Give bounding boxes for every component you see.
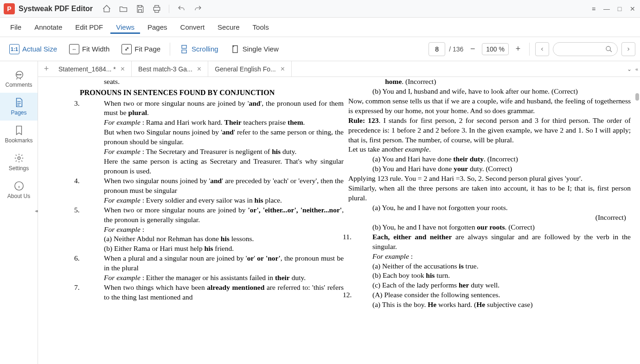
doc-text: For example : <box>348 252 631 262</box>
doc-text: For example : Rama and Hari work hard. T… <box>80 118 344 128</box>
doc-text: (b) Either Rama or Hari must help his fr… <box>80 244 344 254</box>
tab-match3[interactable]: Best match-3 Ga... × <box>132 61 208 77</box>
scrolling-icon <box>179 45 189 54</box>
sidebar-comments[interactable]: Comments <box>0 65 38 93</box>
menu-pages[interactable]: Pages <box>142 20 173 34</box>
menu-secure[interactable]: Secure <box>212 20 245 34</box>
tab-english[interactable]: General English Fo... × <box>208 61 292 77</box>
doc-text: seats. <box>80 77 344 87</box>
tab-close-icon[interactable]: × <box>281 65 285 73</box>
doc-heading: PRONOUNS IN SENTENCES FOUND BY CONJUNCTI… <box>80 88 344 98</box>
doc-text: 11.Each, either and neither are always s… <box>348 232 631 252</box>
pdf-page: seats. PRONOUNS IN SENTENCES FOUND BY CO… <box>38 77 640 364</box>
tab-label: General English Fo... <box>215 65 276 73</box>
svg-point-7 <box>18 157 20 160</box>
doc-text: 7.When two things which have been alread… <box>80 283 344 302</box>
page-input[interactable] <box>429 42 445 56</box>
document-viewport[interactable]: seats. PRONOUNS IN SENTENCES FOUND BY CO… <box>38 77 640 364</box>
doc-text: Now, common sense tells us that if we ar… <box>348 96 631 116</box>
save-icon[interactable] <box>135 4 145 13</box>
home-icon[interactable] <box>102 4 111 13</box>
tab-label: Statement_1684... * <box>58 65 116 73</box>
fit-width-button[interactable]: ↔ Fit Width <box>64 41 114 57</box>
hamburger-icon[interactable]: ≡ <box>590 5 597 13</box>
sidebar-settings[interactable]: Settings <box>0 148 38 176</box>
redo-icon[interactable] <box>193 4 203 13</box>
undo-icon[interactable] <box>177 4 186 13</box>
single-view-button[interactable]: Single View <box>226 42 283 57</box>
doc-text: (a) This is the boy. He works hard. (He … <box>348 300 631 310</box>
app-logo: P <box>4 3 15 14</box>
doc-text: (a) Neither of the accusations is true. <box>348 262 631 271</box>
doc-text: For example : Every soldier and every sa… <box>80 196 344 205</box>
scrolling-button[interactable]: Scrolling <box>175 42 223 57</box>
menu-annotate[interactable]: Annotate <box>29 20 68 34</box>
zoom-value[interactable]: 100 % <box>482 43 509 55</box>
zoom-out-button[interactable]: − <box>467 44 478 55</box>
menu-edit-pdf[interactable]: Edit PDF <box>70 20 109 34</box>
add-tab-button[interactable]: + <box>41 64 52 75</box>
scrollbar-thumb[interactable] <box>635 93 639 101</box>
search-input[interactable] <box>553 42 618 56</box>
app-title: Systweak PDF Editor <box>19 5 93 13</box>
fit-page-icon: ⤢ <box>122 44 132 54</box>
collapse-icon[interactable]: « <box>635 66 638 72</box>
single-view-label: Single View <box>243 45 279 53</box>
menu-bar: File Annotate Edit PDF Views Pages Conve… <box>0 18 640 37</box>
doc-text: 4.When two singular nouns joined by 'and… <box>80 176 344 196</box>
menu-tools[interactable]: Tools <box>247 20 275 34</box>
gear-icon <box>14 153 24 163</box>
view-toolbar: 1:1 Actual Size ↔ Fit Width ⤢ Fit Page S… <box>0 37 640 61</box>
minimize-icon[interactable]: — <box>603 5 610 13</box>
sidebar-bookmarks[interactable]: Bookmarks <box>0 121 38 148</box>
menu-convert[interactable]: Convert <box>175 20 211 34</box>
page-icon <box>14 97 24 108</box>
tab-label: Best match-3 Ga... <box>138 65 192 73</box>
sidebar-about[interactable]: About Us <box>0 176 38 204</box>
tab-dropdown-icon[interactable]: ⌄ <box>627 66 632 72</box>
fit-width-icon: ↔ <box>69 44 79 54</box>
doc-text: (a) Neither Abdul nor Rehman has done hi… <box>80 234 344 244</box>
page-total: / 136 <box>449 45 463 53</box>
sidebar-bookmarks-label: Bookmarks <box>5 137 32 144</box>
actual-size-label: Actual Size <box>22 45 57 53</box>
sidebar-settings-label: Settings <box>9 165 29 172</box>
svg-point-3 <box>606 46 610 51</box>
doc-text: For example : The Secretary and Treasure… <box>80 147 344 157</box>
prev-page-button[interactable] <box>535 42 549 56</box>
left-sidebar: Comments Pages Bookmarks Settings About … <box>0 61 38 364</box>
doc-text: 3.When two or more singular nouns are jo… <box>80 99 344 118</box>
info-icon <box>14 181 24 191</box>
doc-text: home. (Incorrect) <box>348 77 631 87</box>
doc-text: For example : Either the manager or his … <box>80 273 344 283</box>
doc-text: 6.When a plural and a singular noun are … <box>80 254 344 273</box>
doc-text: Rule: 123. I stands for first person, 2 … <box>348 116 631 145</box>
fit-page-label: Fit Page <box>134 45 160 53</box>
menu-views[interactable]: Views <box>110 20 140 34</box>
doc-text: (a) You, he and I have not forgotten you… <box>348 203 631 213</box>
fit-page-button[interactable]: ⤢ Fit Page <box>117 41 165 57</box>
actual-size-button[interactable]: 1:1 Actual Size <box>5 41 62 57</box>
tab-strip: + Statement_1684... * × Best match-3 Ga.… <box>38 61 640 77</box>
next-page-button[interactable] <box>621 42 635 56</box>
doc-text: But when two Singular nouns joined by 'a… <box>80 128 344 147</box>
tab-close-icon[interactable]: × <box>121 65 125 73</box>
folder-icon[interactable] <box>119 4 128 13</box>
tab-statement[interactable]: Statement_1684... * × <box>52 61 132 77</box>
svg-point-6 <box>20 74 21 75</box>
svg-point-5 <box>19 74 19 75</box>
maximize-icon[interactable]: □ <box>616 5 623 13</box>
doc-text: (Incorrect) <box>348 213 631 223</box>
svg-rect-0 <box>182 45 186 48</box>
print-icon[interactable] <box>152 4 161 13</box>
zoom-in-button[interactable]: + <box>512 44 524 55</box>
menu-file[interactable]: File <box>5 20 27 34</box>
scrolling-label: Scrolling <box>192 45 218 53</box>
close-icon[interactable]: ✕ <box>629 5 636 13</box>
title-bar: P Systweak PDF Editor ≡ — □ ✕ <box>0 0 640 18</box>
doc-text: Here the same person is acting as Secret… <box>80 157 344 176</box>
sidebar-pages[interactable]: Pages <box>0 93 38 121</box>
actual-size-icon: 1:1 <box>9 44 19 54</box>
doc-text: (b) Each boy took his turn. <box>348 271 631 281</box>
tab-close-icon[interactable]: × <box>197 65 201 73</box>
